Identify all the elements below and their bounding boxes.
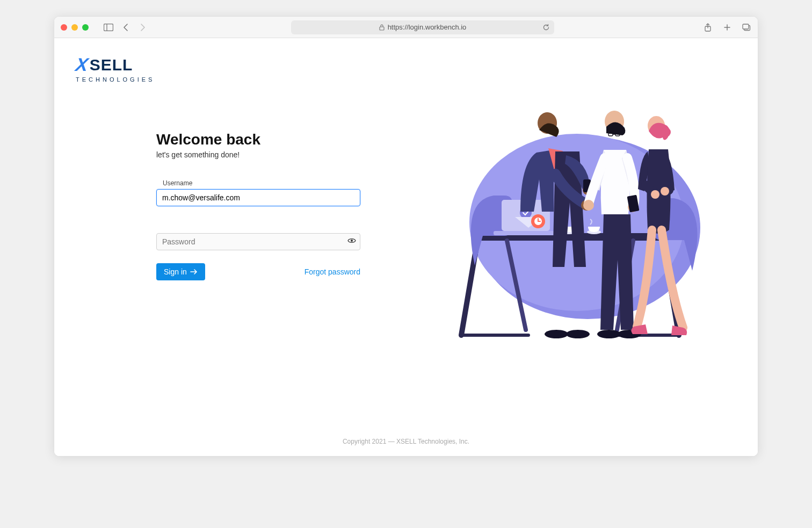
signin-button[interactable]: Sign in — [156, 263, 205, 280]
svg-point-28 — [597, 330, 621, 338]
page-title: Welcome back — [156, 131, 406, 148]
hero-illustration-area — [406, 83, 758, 341]
back-button-icon[interactable] — [121, 23, 130, 32]
address-bar-url: https://login.workbench.io — [388, 23, 467, 31]
brand-logo: XSELL TECHNOLOGIES — [54, 38, 758, 83]
svg-rect-11 — [494, 231, 558, 235]
minimize-window-button[interactable] — [71, 24, 78, 31]
forward-button-icon[interactable] — [138, 23, 148, 32]
toolbar-left — [104, 23, 148, 32]
svg-point-30 — [661, 127, 671, 137]
username-field-wrap — [156, 189, 360, 206]
svg-point-6 — [351, 240, 353, 242]
svg-point-25 — [583, 200, 594, 211]
svg-rect-0 — [104, 24, 113, 31]
close-window-button[interactable] — [61, 24, 67, 31]
svg-point-32 — [661, 187, 669, 196]
window-controls — [61, 24, 89, 31]
username-input[interactable] — [156, 189, 360, 206]
svg-point-18 — [566, 330, 590, 338]
tabs-overview-icon[interactable] — [742, 23, 751, 32]
hero-illustration — [443, 104, 722, 341]
browser-titlebar: https://login.workbench.io — [54, 17, 758, 38]
svg-rect-5 — [743, 24, 749, 29]
svg-point-17 — [545, 330, 568, 338]
login-form: Welcome back let's get something done! U… — [54, 83, 406, 280]
show-password-icon[interactable] — [347, 237, 356, 244]
password-input[interactable] — [156, 233, 360, 250]
footer-copyright: Copyright 2021 — XSELL Technologies, Inc… — [54, 427, 758, 456]
page-subtitle: let's get something done! — [156, 150, 406, 159]
toolbar-right — [703, 23, 751, 32]
logo-subtext: TECHNOLOGIES — [76, 76, 758, 83]
page-content: XSELL TECHNOLOGIES Welcome back let's ge… — [54, 38, 758, 456]
username-label: Username — [163, 179, 406, 187]
lock-icon — [379, 24, 385, 31]
forgot-password-link[interactable]: Forgot password — [305, 267, 360, 276]
maximize-window-button[interactable] — [82, 24, 89, 31]
form-actions: Sign in Forgot password — [156, 263, 360, 280]
logo-main: SELL — [90, 56, 133, 74]
new-tab-icon[interactable] — [722, 23, 732, 32]
password-field-wrap — [156, 233, 360, 250]
svg-rect-2 — [380, 27, 384, 30]
reload-icon[interactable] — [542, 24, 550, 31]
svg-point-31 — [651, 190, 659, 199]
share-icon[interactable] — [703, 23, 713, 32]
signin-button-label: Sign in — [164, 267, 187, 276]
arrow-right-icon — [190, 269, 198, 275]
logo-x: X — [74, 54, 90, 75]
sidebar-toggle-icon[interactable] — [104, 23, 113, 32]
address-bar[interactable]: https://login.workbench.io — [291, 20, 554, 34]
browser-window: https://login.workbench.io XSELL TE — [54, 16, 758, 457]
